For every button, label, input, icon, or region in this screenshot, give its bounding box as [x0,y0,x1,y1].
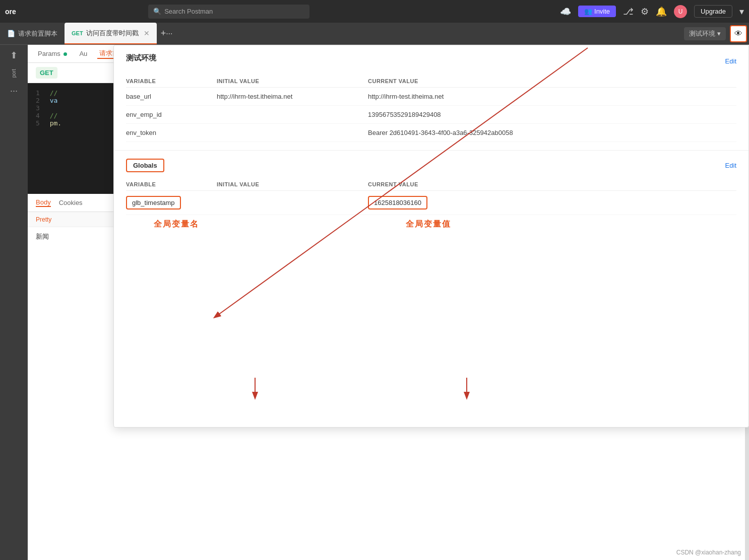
content-area: Params Au 请求前置脚本 GET 1 // 2 va 3 4 [28,45,749,560]
search-icon: 🔍 [153,8,161,15]
globals-title-row: Globals Edit [126,159,736,172]
cloud-icon[interactable]: ☁️ [560,6,571,17]
globals-var-1: glb_timestamp [126,191,217,215]
method-label: GET [36,67,57,79]
method-badge: GET [72,30,83,36]
globals-edit-button[interactable]: Edit [725,162,736,169]
env-var-2: env_emp_id [126,106,217,124]
tab-name: 访问百度带时间戳 [86,29,139,38]
env-row-3: env_token Bearer 2d610491-3643-4f00-a3a6… [126,124,736,142]
overlay-panel: 测试环境 Edit VARIABLE INITIAL VALUE CURRENT… [113,45,749,428]
env-name: 测试环境 [689,29,715,38]
env-init-3 [217,124,368,142]
invite-button[interactable]: 👥 Invite [578,6,616,17]
sidebar-label-import[interactable]: port [11,69,17,78]
tab-label: 请求前置脚本 [18,29,57,38]
env-row-1: base_url http://ihrm-test.itheima.net ht… [126,88,736,106]
search-placeholder: Search Postman [164,8,213,15]
tab-body[interactable]: Body [36,198,51,207]
file-icon: 📄 [7,30,15,37]
env-var-3: env_token [126,124,217,142]
eye-icon: 👁 [734,29,742,38]
settings-icon[interactable]: ⚙ [641,6,649,17]
env-current-1: http://ihrm-test.itheima.net [368,88,736,106]
globals-badge: Globals [126,159,164,172]
response-text: 新闻 [36,233,49,240]
left-sidebar: ⬆ port ··· [0,45,28,560]
globals-table: VARIABLE INITIAL VALUE CURRENT VALUE glb… [126,178,736,215]
search-bar[interactable]: 🔍 Search Postman [148,5,309,19]
env-init-2 [217,106,368,124]
watermark: CSDN @xiaohan-zhang [676,549,741,556]
var-annotation-label: 全局变量名 [154,220,199,228]
eye-button[interactable]: 👁 [730,25,747,42]
topbar-right: ☁️ 👥 Invite ⎇ ⚙ 🔔 U Upgrade ▾ [560,5,744,18]
tab-close-icon[interactable]: ✕ [144,29,150,37]
tab-params[interactable]: Params [36,50,69,57]
chevron-down-icon: ▾ [717,30,721,37]
tab-pre-request-script[interactable]: 📄 请求前置脚本 [0,23,65,44]
chevron-down-icon[interactable]: ▾ [739,6,744,17]
tab-auth[interactable]: Au [77,50,89,57]
bell-icon[interactable]: 🔔 [656,6,667,17]
globals-initial-header: INITIAL VALUE [217,178,368,191]
globals-init-1 [217,191,368,215]
globals-var-header: VARIABLE [126,178,217,191]
sidebar-icon-import[interactable]: ⬆ [10,50,18,61]
env-var-1: base_url [126,88,217,106]
tab-cookies[interactable]: Cookies [59,199,83,206]
env-current-3: Bearer 2d610491-3643-4f00-a3a6-325942ab0… [368,124,736,142]
avatar[interactable]: U [674,5,687,18]
sidebar-icon-more[interactable]: ··· [10,86,18,96]
app-name: ore [5,8,16,16]
more-tabs-button[interactable]: ··· [166,29,172,38]
tabbar: 📄 请求前置脚本 GET 访问百度带时间戳 ✕ + ··· 测试环境 ▾ 👁 [0,23,749,45]
current-header: CURRENT VALUE [368,75,736,88]
params-dot [64,52,67,56]
env-selector[interactable]: 测试环境 ▾ [684,27,726,40]
env-table: VARIABLE INITIAL VALUE CURRENT VALUE bas… [126,75,736,142]
env-row-2: env_emp_id 13956753529189429408 [126,106,736,124]
add-tab-button[interactable]: + [161,28,166,39]
globals-row-1: glb_timestamp 1625818036160 [126,191,736,215]
main-area: ⬆ port ··· Params Au 请求前置脚本 GET 1 // 2 [0,45,749,560]
globals-variable-highlighted: glb_timestamp [126,196,181,209]
topbar: ore 🔍 Search Postman ☁️ 👥 Invite ⎇ ⚙ 🔔 U… [0,0,749,23]
globals-current-1: 1625818036160 [368,191,736,215]
env-title: 测试环境 [126,53,156,63]
tab-pretty[interactable]: Pretty [36,216,51,223]
env-edit-button[interactable]: Edit [725,57,736,65]
initial-header: INITIAL VALUE [217,75,368,88]
tab-get-request[interactable]: GET 访问百度带时间戳 ✕ [65,23,157,44]
env-section: 测试环境 Edit VARIABLE INITIAL VALUE CURRENT… [114,45,748,151]
globals-section: Globals Edit VARIABLE INITIAL VALUE CURR… [114,151,748,238]
env-init-1: http://ihrm-test.itheima.net [217,88,368,106]
env-current-2: 13956753529189429408 [368,106,736,124]
val-annotation-label: 全局变量值 [406,220,451,228]
fork-icon[interactable]: ⎇ [623,6,634,17]
annotation-labels-row: 全局变量名 全局变量值 [126,219,736,230]
var-header: VARIABLE [126,75,217,88]
globals-current-header: CURRENT VALUE [368,178,736,191]
upgrade-button[interactable]: Upgrade [694,5,732,18]
globals-value-highlighted: 1625818036160 [368,196,427,209]
invite-icon: 👥 [584,8,592,15]
